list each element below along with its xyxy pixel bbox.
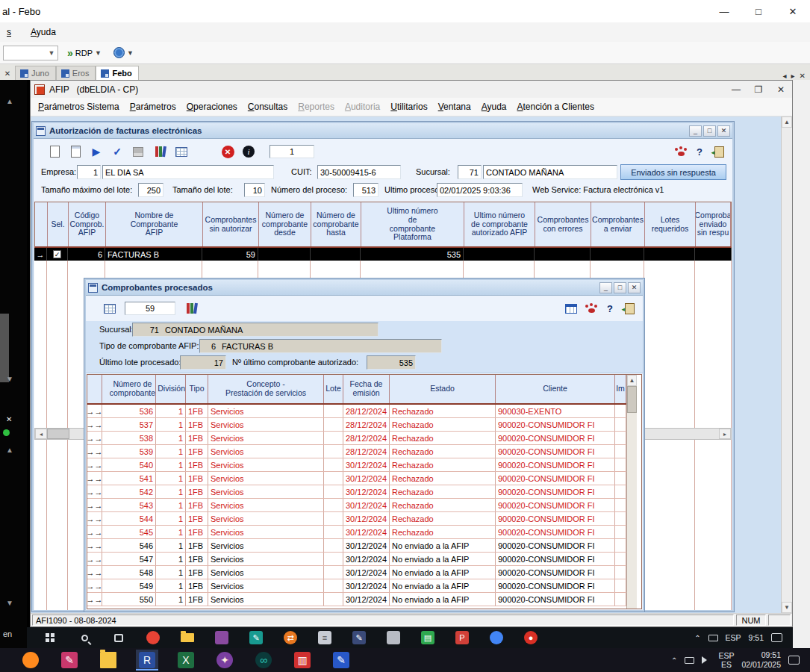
minimize-icon[interactable]: _ xyxy=(689,125,702,137)
menu-utilitarios[interactable]: Utilitarios xyxy=(386,99,432,114)
menu-atencion-clientes[interactable]: Atención a Clientes xyxy=(513,99,599,114)
column-header[interactable]: Cliente xyxy=(496,375,615,403)
menu-consultas[interactable]: Consultas xyxy=(243,99,292,114)
column-header[interactable]: Comprobantes sin autorizar xyxy=(203,202,259,246)
close-icon[interactable]: ✕ xyxy=(717,125,730,137)
minimize-icon[interactable]: — xyxy=(707,0,741,22)
tab-eros[interactable]: Eros xyxy=(56,66,96,80)
connection-combobox[interactable]: ▼ xyxy=(3,46,58,60)
column-header[interactable]: Comprobantes con errores xyxy=(535,202,591,246)
sucursal-code-field[interactable]: 71 xyxy=(458,165,482,179)
volume-icon[interactable] xyxy=(702,656,711,664)
network-icon[interactable] xyxy=(685,657,694,664)
maximize-icon[interactable]: ❐ xyxy=(747,81,770,98)
scroll-down-icon[interactable]: ▼ xyxy=(782,602,792,613)
stop-button[interactable]: ✕ xyxy=(220,145,235,158)
proc-grid-row[interactable]: →53811FBServicios28/12/2024Rechazado9000… xyxy=(87,432,626,445)
save-button[interactable] xyxy=(131,145,146,158)
rdp-button[interactable]: » RDP ▼ xyxy=(64,46,105,60)
validate-button[interactable]: ✓ xyxy=(110,145,125,158)
comprobantes-grid-vscrollbar[interactable]: ▲ xyxy=(626,375,637,609)
scrollbar-thumb[interactable] xyxy=(0,314,9,382)
scroll-down-icon[interactable]: ▼ xyxy=(6,375,13,383)
language-indicator[interactable]: ESP xyxy=(726,633,741,642)
column-header[interactable]: Concepto - Prestación de servicios xyxy=(208,375,324,403)
maximize-icon[interactable]: □ xyxy=(703,125,716,137)
paw-button[interactable] xyxy=(673,145,688,158)
proc-grid-row[interactable]: →54711FBServicios30/12/2024No enviado a … xyxy=(87,553,626,566)
column-header[interactable]: Número de comprobante hasta xyxy=(311,202,361,246)
notification-icon[interactable] xyxy=(771,633,782,642)
clock[interactable]: 09:51 02/01/2025 xyxy=(741,650,781,669)
proc-grid-row[interactable]: →54111FBServicios30/12/2024Rechazado9000… xyxy=(87,472,626,485)
close-icon[interactable]: ✕ xyxy=(0,66,15,80)
proc-grid-row[interactable]: →54811FBServicios30/12/2024No enviado a … xyxy=(87,566,626,579)
lote-field[interactable]: 10 xyxy=(244,183,265,197)
exit-button[interactable] xyxy=(622,302,637,315)
erp-app-icon[interactable]: R xyxy=(136,650,158,671)
reports-button[interactable] xyxy=(153,145,168,158)
info-button[interactable]: i xyxy=(241,145,256,158)
empresa-name-field[interactable]: EL DIA SA xyxy=(102,165,274,179)
proc-grid-row[interactable]: →54311FBServicios30/12/2024Rechazado9000… xyxy=(87,499,626,512)
draw-app-icon[interactable]: ✎ xyxy=(351,629,367,646)
scroll-up-icon[interactable]: ▲ xyxy=(6,446,13,454)
purple-app-icon[interactable] xyxy=(214,629,230,646)
run-process-button[interactable]: ▶ xyxy=(89,145,104,158)
language-indicator[interactable]: ESP ES xyxy=(718,651,734,669)
export-grid-button[interactable] xyxy=(102,302,117,315)
exit-button[interactable] xyxy=(711,145,726,158)
proc-grid-row[interactable]: →54011FBServicios30/12/2024Rechazado9000… xyxy=(87,458,626,472)
proc-grid-row[interactable]: →54511FBServicios30/12/2024Rechazado9000… xyxy=(87,526,626,539)
lote-max-field[interactable]: 250 xyxy=(138,183,163,197)
paw-button[interactable] xyxy=(583,302,598,315)
folder-icon[interactable] xyxy=(97,650,119,671)
menu-ventana[interactable]: Ventana xyxy=(434,99,476,114)
proc-grid-row[interactable]: →54611FBServicios30/12/2024No enviado a … xyxy=(87,539,626,553)
folder-icon[interactable] xyxy=(179,629,196,646)
scroll-down-icon[interactable]: ▼ xyxy=(6,599,13,607)
help-button[interactable]: ? xyxy=(602,302,617,315)
menu-ayuda[interactable]: Ayuda xyxy=(477,99,511,114)
outer-menu-partial[interactable]: s xyxy=(2,25,16,40)
pen-app-icon[interactable]: ✎ xyxy=(330,650,352,671)
proc-grid-row[interactable]: →54411FBServicios30/12/2024Rechazado9000… xyxy=(87,512,626,526)
scrollbar-thumb[interactable] xyxy=(627,386,637,413)
minimize-icon[interactable]: — xyxy=(725,81,747,98)
column-header[interactable]: Tipo xyxy=(186,375,208,403)
proc-grid-row[interactable]: →54211FBServicios30/12/2024Rechazado9000… xyxy=(87,485,626,499)
document-app-icon[interactable]: ≡ xyxy=(317,629,333,646)
menu-operaciones[interactable]: Operaciones xyxy=(182,99,242,114)
scroll-up-icon[interactable]: ▲ xyxy=(782,116,792,128)
reports-button[interactable] xyxy=(184,302,199,315)
tab-scroll-right-icon[interactable]: ▸ xyxy=(791,72,795,80)
column-header[interactable]: Comproba enviado sin respu xyxy=(696,202,731,246)
kanban-app-icon[interactable]: ▥ xyxy=(291,650,314,671)
close-icon[interactable]: ✕ xyxy=(776,0,810,22)
keyboard-icon[interactable] xyxy=(708,635,718,641)
sucursal-name-field[interactable]: CONTADO MAÑANA xyxy=(483,165,617,179)
proc-grid-row[interactable]: →53911FBServicios28/12/2024Rechazado9000… xyxy=(87,445,626,458)
design-app-icon[interactable]: ✎ xyxy=(58,650,81,671)
infinity-app-icon[interactable]: ∞ xyxy=(252,650,275,671)
column-header[interactable]: Número de comprobante desde xyxy=(259,202,311,246)
graffiti-app-icon[interactable]: ✦ xyxy=(214,650,236,671)
column-header[interactable]: Ultimo número de comprobante Plataforma xyxy=(361,202,464,246)
column-header[interactable]: Sel. xyxy=(48,202,69,246)
menu-parametros[interactable]: Parámetros xyxy=(125,99,181,114)
count-field[interactable]: 59 xyxy=(125,302,175,315)
ultimo-proceso-field[interactable]: 02/01/2025 9:03:36 xyxy=(437,183,523,197)
p-app-icon[interactable]: P xyxy=(454,629,470,646)
maximize-icon[interactable]: □ xyxy=(614,282,626,293)
mdi-vscrollbar[interactable]: ▲ ▼ xyxy=(781,116,792,613)
chevron-up-icon[interactable]: ⌃ xyxy=(671,656,677,665)
enviados-sin-respuesta-button[interactable]: Enviados sin respuesta xyxy=(620,164,726,180)
column-header[interactable]: División xyxy=(156,375,186,403)
outer-menu-ayuda[interactable]: Ayuda xyxy=(26,25,60,40)
tab-febo[interactable]: Febo xyxy=(96,66,138,80)
start-button[interactable] xyxy=(42,629,58,646)
tab-juno[interactable]: Juno xyxy=(15,66,56,80)
checkbox-checked-icon[interactable] xyxy=(53,250,61,258)
process-number-field[interactable]: 1 xyxy=(270,145,314,158)
scroll-right-icon[interactable]: ▸ xyxy=(719,429,731,439)
